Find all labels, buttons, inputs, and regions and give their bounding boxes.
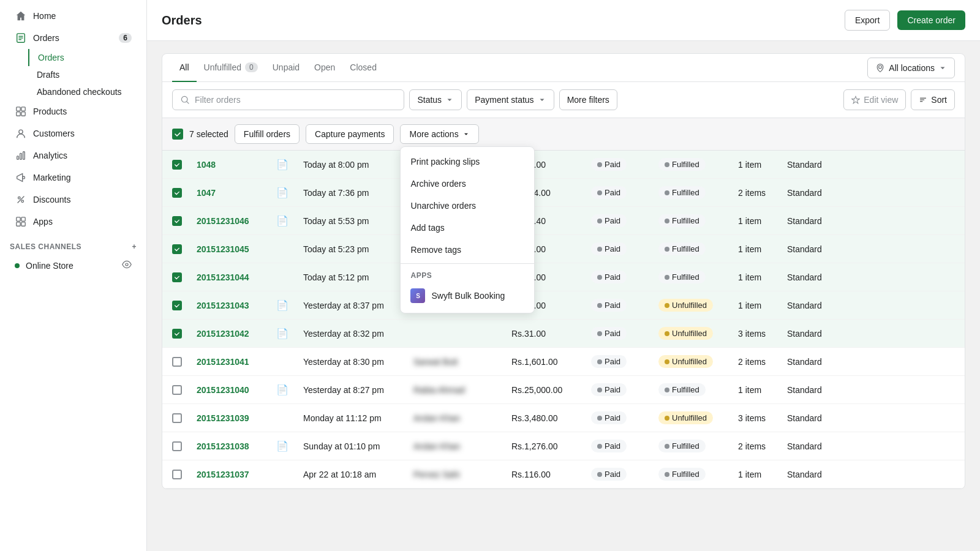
sidebar-item-drafts[interactable]: Drafts [27, 66, 141, 83]
svg-rect-18 [17, 222, 20, 226]
dropdown-add-tags[interactable]: Add tags [401, 217, 534, 239]
location-filter[interactable]: All locations [867, 58, 955, 78]
order-number[interactable]: 20151231043 [197, 301, 249, 310]
tab-open[interactable]: Open [307, 54, 342, 82]
fulfill-orders-btn[interactable]: Fulfill orders [235, 124, 300, 144]
export-button[interactable]: Export [845, 10, 890, 31]
order-number[interactable]: 20151231041 [197, 357, 249, 367]
items-count: 1 item [731, 235, 780, 263]
row-checkbox[interactable] [172, 470, 182, 479]
dropdown-print-packing-slips[interactable]: Print packing slips [401, 151, 534, 173]
dropdown-divider [401, 263, 534, 264]
sidebar-item-online-store[interactable]: Online Store [5, 256, 141, 275]
search-input[interactable] [195, 95, 396, 105]
items-count: 1 item [731, 291, 780, 320]
doc-icon: 📄 [276, 441, 288, 451]
sidebar-item-discounts[interactable]: Discounts [5, 189, 141, 211]
sidebar-item-apps[interactable]: Apps [5, 211, 141, 233]
order-number[interactable]: 1048 [197, 160, 216, 170]
payment-badge: Paid [591, 186, 627, 199]
table-row[interactable]: 1048 📄 Today at 8:00 pm Rs.52.00 Paid Fu… [162, 151, 965, 179]
svg-point-20 [126, 263, 128, 266]
row-checkbox[interactable] [172, 160, 182, 170]
order-amount: Rs.1,276.00 [504, 432, 584, 460]
items-count: 1 item [731, 376, 780, 404]
select-all-checkbox[interactable] [172, 129, 183, 140]
main-content: Orders Export Create order All Unfulfill… [147, 0, 980, 551]
status-filter-btn[interactable]: Status [409, 89, 462, 110]
sidebar-item-home[interactable]: Home [5, 5, 141, 27]
dropdown-remove-tags[interactable]: Remove tags [401, 239, 534, 261]
row-checkbox[interactable] [172, 357, 182, 367]
order-number[interactable]: 20151231038 [197, 441, 249, 451]
row-checkbox[interactable] [172, 413, 182, 423]
row-checkbox[interactable] [172, 441, 182, 451]
search-box[interactable] [172, 89, 404, 110]
svg-rect-16 [17, 217, 20, 221]
sort-btn[interactable]: Sort [911, 89, 955, 110]
location-icon [875, 63, 885, 73]
order-number[interactable]: 20151231042 [197, 329, 249, 339]
table-row[interactable]: 20151231043 📄 Yesterday at 8:37 pm Rs.16… [162, 291, 965, 320]
sidebar-item-orders[interactable]: Orders 6 [5, 27, 141, 49]
table-row[interactable]: 20151231038 📄 Sunday at 01:10 pm Arslan … [162, 432, 965, 460]
more-filters-btn[interactable]: More filters [559, 89, 617, 110]
sidebar-item-abandoned[interactable]: Abandoned checkouts [27, 83, 141, 100]
table-row[interactable]: 20151231044 Today at 5:12 pm Rs.50.00 Pa… [162, 263, 965, 291]
order-date: Yesterday at 8:30 pm [296, 348, 406, 376]
order-number[interactable]: 20151231037 [197, 470, 249, 479]
order-number[interactable]: 20151231040 [197, 385, 249, 395]
tab-unfulfilled[interactable]: Unfulfilled 0 [197, 54, 265, 82]
sidebar-drafts-label: Drafts [37, 70, 59, 80]
tab-closed[interactable]: Closed [342, 54, 384, 82]
payment-badge: Paid [591, 383, 627, 396]
sidebar-item-customers[interactable]: Customers [5, 122, 141, 144]
table-row[interactable]: 20151231040 📄 Yesterday at 8:27 pm Rabia… [162, 376, 965, 404]
table-row[interactable]: 20151231039 Monday at 11:12 pm Arslan Kh… [162, 404, 965, 432]
table-row[interactable]: 20151231042 📄 Yesterday at 8:32 pm Rs.31… [162, 320, 965, 348]
eye-icon[interactable] [122, 260, 132, 271]
payment-status-filter-btn[interactable]: Payment status [467, 89, 554, 110]
row-checkbox[interactable] [172, 244, 182, 254]
customer-name: Rabia Ahmad [413, 385, 465, 395]
more-actions-btn[interactable]: More actions [400, 124, 478, 144]
table-row[interactable]: 20151231041 Yesterday at 8:30 pm Sarwat … [162, 348, 965, 376]
items-count: 3 items [731, 404, 780, 432]
capture-payments-btn[interactable]: Capture payments [306, 124, 394, 144]
edit-view-btn[interactable]: Edit view [843, 89, 906, 110]
tab-all[interactable]: All [172, 54, 197, 82]
row-checkbox[interactable] [172, 272, 182, 282]
create-order-button[interactable]: Create order [897, 10, 965, 30]
row-checkbox[interactable] [172, 301, 182, 310]
table-row[interactable]: 20151231045 Today at 5:23 pm Rs.50.00 Pa… [162, 235, 965, 263]
sidebar-item-products[interactable]: Products [5, 100, 141, 122]
order-number[interactable]: 20151231045 [197, 244, 249, 254]
sidebar-marketing-label: Marketing [33, 173, 70, 182]
table-row[interactable]: 20151231037 Apr 22 at 10:18 am Pervez Sa… [162, 460, 965, 489]
add-sales-channel-btn[interactable]: + [132, 242, 137, 251]
content-area: All Unfulfilled 0 Unpaid Open Closed [147, 41, 980, 551]
order-amount: Rs.31.00 [504, 320, 584, 348]
page-title: Orders [162, 13, 202, 28]
dropdown-archive-orders[interactable]: Archive orders [401, 173, 534, 195]
tab-unpaid[interactable]: Unpaid [265, 54, 307, 82]
sidebar-item-marketing[interactable]: Marketing [5, 167, 141, 189]
sort-icon [919, 96, 927, 104]
sidebar-item-orders-sub[interactable]: Orders [28, 49, 141, 66]
payment-badge: Paid [591, 440, 627, 452]
dropdown-swyft[interactable]: S Swyft Bulk Booking [401, 282, 534, 309]
order-number[interactable]: 1047 [197, 188, 216, 198]
payment-badge: Paid [591, 299, 627, 312]
table-row[interactable]: 20151231046 📄 Today at 5:53 pm Rs.26.40 … [162, 207, 965, 235]
order-number[interactable]: 20151231039 [197, 413, 249, 423]
dropdown-unarchive-orders[interactable]: Unarchive orders [401, 195, 534, 217]
order-number[interactable]: 20151231046 [197, 216, 249, 226]
row-checkbox[interactable] [172, 329, 182, 339]
row-checkbox[interactable] [172, 216, 182, 226]
row-checkbox[interactable] [172, 188, 182, 198]
order-date: Today at 5:12 pm [296, 263, 406, 291]
order-number[interactable]: 20151231044 [197, 272, 249, 282]
sidebar-item-analytics[interactable]: Analytics [5, 144, 141, 167]
table-row[interactable]: 1047 📄 Today at 7:36 pm Rs.654.00 Paid F… [162, 179, 965, 207]
row-checkbox[interactable] [172, 385, 182, 395]
